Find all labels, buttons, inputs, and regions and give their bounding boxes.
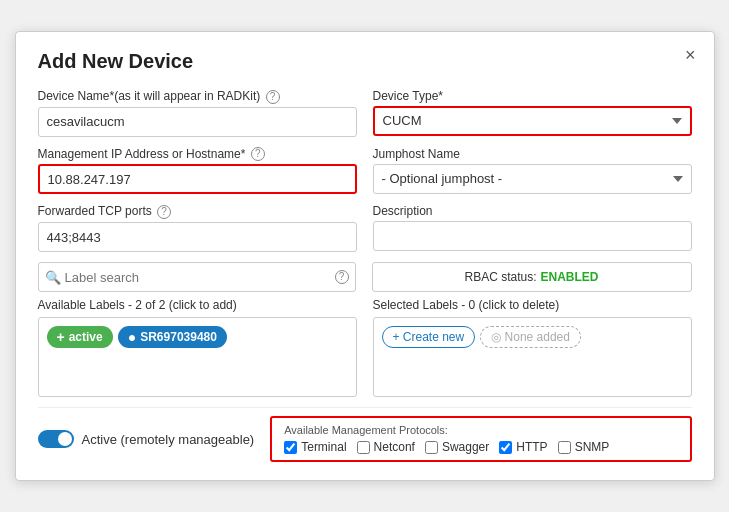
protocol-terminal-checkbox[interactable] xyxy=(284,441,297,454)
mgmt-ip-input[interactable] xyxy=(38,164,357,194)
protocol-netconf-label: Netconf xyxy=(374,440,415,454)
label-chip-sr697039480[interactable]: ● SR697039480 xyxy=(118,326,227,348)
protocol-snmp: SNMP xyxy=(558,440,610,454)
active-toggle-area: Active (remotely manageable) xyxy=(38,430,255,448)
fwd-tcp-help-icon[interactable]: ? xyxy=(157,205,171,219)
available-labels-area: + active ● SR697039480 xyxy=(38,317,357,397)
row-label-search-rbac: 🔍 ? RBAC status: ENABLED xyxy=(38,262,692,292)
row-mgmt-jumphost: Management IP Address or Hostname* ? Jum… xyxy=(38,147,692,195)
col-available-labels: Available Labels - 2 of 2 (click to add)… xyxy=(38,298,357,397)
label-chip-active[interactable]: + active xyxy=(47,326,113,348)
protocols-title: Available Management Protocols: xyxy=(284,424,677,436)
active-toggle-switch[interactable] xyxy=(38,430,74,448)
protocol-http: HTTP xyxy=(499,440,547,454)
active-toggle-label: Active (remotely manageable) xyxy=(82,432,255,447)
protocols-area: Available Management Protocols: Terminal… xyxy=(270,416,691,462)
col-device-name: Device Name*(as it will appear in RADKit… xyxy=(38,89,357,137)
description-input[interactable] xyxy=(373,221,692,251)
col-selected-labels: Selected Labels - 0 (click to delete) + … xyxy=(373,298,692,397)
fwd-tcp-input[interactable] xyxy=(38,222,357,252)
protocols-list: Terminal Netconf Swagger HTTP SNMP xyxy=(284,440,677,454)
col-mgmt-ip: Management IP Address or Hostname* ? xyxy=(38,147,357,195)
col-jumphost: Jumphost Name - Optional jumphost - xyxy=(373,147,692,195)
close-button[interactable]: × xyxy=(685,46,696,64)
label-search-help-icon[interactable]: ? xyxy=(335,270,349,284)
protocol-http-label: HTTP xyxy=(516,440,547,454)
none-added-label: ◎ None added xyxy=(480,326,581,348)
protocol-netconf: Netconf xyxy=(357,440,415,454)
modal-title: Add New Device xyxy=(38,50,692,73)
jumphost-select[interactable]: - Optional jumphost - xyxy=(373,164,692,194)
device-name-help-icon[interactable]: ? xyxy=(266,90,280,104)
selected-labels-area: + Create new ◎ None added xyxy=(373,317,692,397)
description-label: Description xyxy=(373,204,692,218)
device-type-select[interactable]: CUCM Router Switch Firewall xyxy=(373,106,692,136)
mgmt-ip-help-icon[interactable]: ? xyxy=(251,147,265,161)
protocol-terminal-label: Terminal xyxy=(301,440,346,454)
row-device-name-type: Device Name*(as it will appear in RADKit… xyxy=(38,89,692,137)
available-labels-title: Available Labels - 2 of 2 (click to add) xyxy=(38,298,357,312)
rbac-label: RBAC status: xyxy=(464,270,536,284)
protocol-http-checkbox[interactable] xyxy=(499,441,512,454)
rbac-status-area: RBAC status: ENABLED xyxy=(372,262,692,292)
add-device-modal: Add New Device × Device Name*(as it will… xyxy=(15,31,715,481)
row-tcp-desc: Forwarded TCP ports ? Description xyxy=(38,204,692,252)
col-label-search: 🔍 ? xyxy=(38,262,356,292)
selected-labels-title: Selected Labels - 0 (click to delete) xyxy=(373,298,692,312)
rbac-status-value: ENABLED xyxy=(541,270,599,284)
col-fwd-tcp: Forwarded TCP ports ? xyxy=(38,204,357,252)
row-labels: Available Labels - 2 of 2 (click to add)… xyxy=(38,298,692,397)
toggle-knob xyxy=(58,432,72,446)
protocol-snmp-checkbox[interactable] xyxy=(558,441,571,454)
footer-row: Active (remotely manageable) Available M… xyxy=(38,407,692,462)
protocol-swagger: Swagger xyxy=(425,440,489,454)
jumphost-label: Jumphost Name xyxy=(373,147,692,161)
create-new-label-button[interactable]: + Create new xyxy=(382,326,476,348)
col-description: Description xyxy=(373,204,692,252)
device-name-input[interactable] xyxy=(38,107,357,137)
mgmt-ip-label: Management IP Address or Hostname* ? xyxy=(38,147,357,162)
protocol-netconf-checkbox[interactable] xyxy=(357,441,370,454)
device-name-label: Device Name*(as it will appear in RADKit… xyxy=(38,89,357,104)
protocol-snmp-label: SNMP xyxy=(575,440,610,454)
fwd-tcp-label: Forwarded TCP ports ? xyxy=(38,204,357,219)
col-device-type: Device Type* CUCM Router Switch Firewall xyxy=(373,89,692,137)
label-search-input[interactable] xyxy=(38,262,356,292)
protocol-swagger-checkbox[interactable] xyxy=(425,441,438,454)
device-type-label: Device Type* xyxy=(373,89,692,103)
search-icon: 🔍 xyxy=(45,270,61,285)
protocol-terminal: Terminal xyxy=(284,440,346,454)
protocol-swagger-label: Swagger xyxy=(442,440,489,454)
